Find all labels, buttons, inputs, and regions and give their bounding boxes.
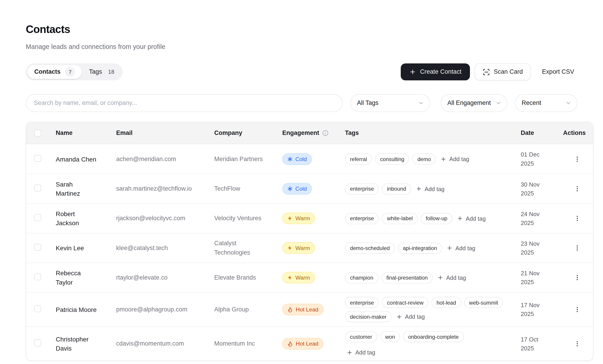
engagement-cell: Hot Lead	[282, 338, 345, 350]
tab-contacts-count: 7	[65, 67, 75, 77]
kebab-menu-button[interactable]	[572, 305, 582, 315]
tag-pill[interactable]: web-summit	[464, 297, 503, 308]
tag-pill[interactable]: enterprise	[345, 297, 379, 308]
plus-icon	[416, 186, 422, 192]
tag-pill[interactable]: decision-maker	[345, 311, 391, 322]
toolbar-actions: Create Contact Scan Card Export CSV	[401, 63, 577, 80]
tag-pill[interactable]: customer	[345, 331, 377, 342]
contact-company: TechFlow	[214, 184, 272, 193]
contact-name: Rebecca Taylor	[56, 268, 99, 287]
actions-cell	[559, 154, 593, 164]
contact-date: 23 Nov 2025	[521, 239, 547, 257]
table-row: Christopher Davis cdavis@momentum.com Mo…	[26, 327, 593, 361]
engagement-filter-dropdown[interactable]: All Engagement	[441, 94, 507, 112]
checkbox-cell	[34, 214, 56, 223]
scan-card-label: Scan Card	[494, 68, 523, 75]
row-checkbox[interactable]	[34, 155, 41, 161]
engagement-label: Warm	[295, 275, 310, 281]
tag-pill[interactable]: demo-scheduled	[345, 242, 395, 254]
contact-email: achen@meridian.com	[116, 154, 214, 164]
table-row: Rebecca Taylor rtaylor@elevate.co Elevat…	[26, 262, 593, 292]
tag-pill[interactable]: follow-up	[421, 213, 452, 224]
tag-pill[interactable]: inbound	[382, 183, 411, 194]
tag-pill[interactable]: champion	[345, 272, 378, 283]
tab-tags[interactable]: Tags 18	[82, 65, 121, 79]
tag-pill[interactable]: hot-lead	[432, 297, 461, 308]
engagement-cell: Cold	[282, 153, 345, 165]
contact-company: Catalyst Technologies	[214, 239, 272, 257]
add-tag-button[interactable]: Add tag	[445, 244, 477, 252]
tag-pill[interactable]: enterprise	[345, 213, 379, 224]
row-checkbox[interactable]	[34, 184, 41, 191]
kebab-menu-button[interactable]	[572, 273, 582, 283]
checkbox-cell	[34, 184, 56, 193]
contact-date: 17 Oct 2025	[521, 335, 547, 353]
kebab-menu-button[interactable]	[572, 213, 582, 223]
tag-pill[interactable]: contract-review	[382, 297, 429, 308]
row-checkbox[interactable]	[34, 305, 41, 312]
search-input[interactable]	[34, 100, 335, 106]
tag-pill[interactable]: demo	[412, 153, 436, 164]
scan-card-button[interactable]: Scan Card	[475, 63, 531, 80]
contact-email: cdavis@momentum.com	[116, 339, 214, 349]
tag-pill[interactable]: referral	[345, 153, 372, 164]
engagement-cell: Warm	[282, 242, 345, 254]
tab-contacts[interactable]: Contacts 7	[27, 65, 82, 79]
kebab-menu-button[interactable]	[572, 339, 582, 349]
contact-name: Kevin Lee	[56, 243, 99, 253]
plus-icon	[347, 349, 353, 355]
tags-cell: referralconsultingdemo Add tag	[345, 153, 508, 164]
app-viewport: Contacts Manage leads and connections fr…	[0, 0, 603, 364]
kebab-menu-button[interactable]	[572, 184, 582, 194]
contact-date: 30 Nov 2025	[521, 180, 547, 198]
sort-dropdown[interactable]: Recent	[515, 94, 577, 112]
page-header: Contacts Manage leads and connections fr…	[26, 23, 577, 51]
tag-pill[interactable]: enterprise	[345, 183, 379, 194]
row-checkbox[interactable]	[34, 273, 41, 280]
select-all-checkbox[interactable]	[34, 130, 41, 136]
tag-pill[interactable]: white-label	[382, 213, 418, 224]
add-tag-label: Add tag	[466, 215, 486, 222]
add-tag-button[interactable]: Add tag	[345, 348, 377, 356]
date-cell: 21 Nov 2025	[508, 269, 559, 287]
filters-bar: All Tags All Engagement Recent	[26, 94, 577, 112]
add-tag-button[interactable]: Add tag	[439, 155, 471, 163]
tags-filter-value: All Tags	[357, 100, 378, 106]
row-checkbox[interactable]	[34, 244, 41, 251]
actions-cell	[559, 273, 593, 283]
kebab-menu-button[interactable]	[572, 154, 582, 164]
info-icon[interactable]	[322, 130, 328, 136]
tags-cell: enterprisewhite-labelfollow-up Add tag	[345, 213, 508, 224]
engagement-badge: Cold	[282, 183, 312, 194]
row-checkbox[interactable]	[34, 214, 41, 221]
column-header-name: Name	[56, 130, 116, 136]
plus-icon	[441, 156, 447, 162]
kebab-menu-button[interactable]	[572, 243, 582, 253]
tag-pill[interactable]: consulting	[375, 153, 409, 164]
page-title: Contacts	[26, 23, 577, 36]
chevron-down-icon	[496, 100, 502, 106]
create-contact-button[interactable]: Create Contact	[401, 63, 470, 80]
contact-email: pmoore@alphagroup.com	[116, 305, 214, 314]
add-tag-button[interactable]: Add tag	[394, 313, 426, 320]
column-header-company: Company	[214, 130, 282, 136]
add-tag-label: Add tag	[455, 245, 475, 251]
bolt-icon	[287, 245, 293, 251]
tags-filter-dropdown[interactable]: All Tags	[350, 94, 430, 112]
engagement-badge: Warm	[282, 242, 315, 254]
row-checkbox[interactable]	[34, 340, 41, 346]
export-csv-button[interactable]: Export CSV	[539, 63, 577, 80]
contact-date: 24 Nov 2025	[521, 209, 547, 227]
add-tag-label: Add tag	[425, 185, 444, 192]
add-tag-button[interactable]: Add tag	[455, 214, 487, 222]
date-cell: 30 Nov 2025	[508, 180, 559, 198]
tag-pill[interactable]: api-integration	[398, 242, 442, 254]
add-tag-button[interactable]: Add tag	[436, 274, 468, 282]
tag-pill[interactable]: won	[380, 331, 400, 342]
engagement-badge: Cold	[282, 153, 312, 165]
tag-pill[interactable]: final-presentation	[381, 272, 433, 283]
add-tag-button[interactable]: Add tag	[414, 185, 446, 193]
tag-pill[interactable]: onboarding-complete	[403, 331, 464, 342]
contacts-page: Contacts Manage leads and connections fr…	[0, 0, 603, 361]
tags-cell: enterprisecontract-reviewhot-leadweb-sum…	[345, 297, 508, 322]
